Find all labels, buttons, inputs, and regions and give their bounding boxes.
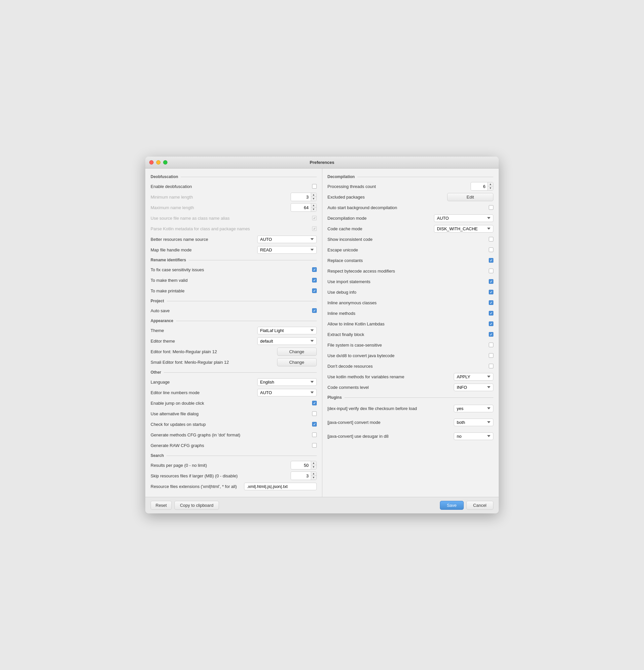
smali-font-row: Smali Editor font: Menlo-Regular plain 1… bbox=[151, 358, 317, 367]
code-comments-dropdown[interactable]: INFO DEBUG OFF bbox=[454, 384, 493, 391]
extract-finally-checkbox[interactable] bbox=[489, 332, 493, 337]
use-source-row: Use source file name as class name alias bbox=[151, 213, 317, 223]
skip-resources-up[interactable]: ▲ bbox=[311, 472, 316, 476]
results-per-page-input[interactable] bbox=[291, 462, 311, 469]
use-debug-row: Use debug info bbox=[328, 287, 494, 297]
max-name-down[interactable]: ▼ bbox=[311, 207, 316, 212]
java-convert-dropdown[interactable]: both java kotlin bbox=[454, 419, 493, 426]
escape-unicode-label: Escape unicode bbox=[328, 247, 489, 252]
escape-unicode-row: Escape unicode bbox=[328, 245, 494, 254]
language-label: Language bbox=[151, 379, 257, 385]
use-import-label: Use import statements bbox=[328, 279, 489, 284]
cache-mode-label: Code cache mode bbox=[328, 226, 434, 231]
java-desugar-dropdown[interactable]: no yes bbox=[454, 432, 493, 440]
use-debug-checkbox[interactable] bbox=[489, 290, 493, 294]
fs-case-label: File system is case-sensitive bbox=[328, 343, 489, 348]
smali-font-label: Smali Editor font: Menlo-Regular plain 1… bbox=[151, 360, 277, 365]
minimize-button[interactable] bbox=[156, 160, 161, 164]
smali-font-change-button[interactable]: Change bbox=[277, 358, 317, 366]
map-file-dropdown[interactable]: READ READ_WRITE bbox=[257, 246, 317, 254]
use-dxd8-checkbox[interactable] bbox=[489, 353, 493, 358]
max-name-spinner[interactable]: ▲ ▼ bbox=[291, 203, 317, 212]
close-button[interactable] bbox=[149, 160, 154, 164]
skip-resources-row: Skip resources files if larger (MB) (0 -… bbox=[151, 471, 317, 480]
make-printable-label: To make printable bbox=[151, 289, 312, 293]
fs-case-checkbox[interactable] bbox=[489, 343, 493, 347]
editor-line-dropdown[interactable]: AUTO ON OFF bbox=[257, 389, 317, 397]
inline-anon-label: Inline anonymous classes bbox=[328, 300, 489, 305]
inline-methods-checkbox[interactable] bbox=[489, 311, 493, 316]
editor-font-change-button[interactable]: Change bbox=[277, 348, 317, 356]
code-comments-row: Code comments level INFO DEBUG OFF bbox=[328, 383, 494, 392]
plugins-header: Plugins bbox=[328, 395, 494, 400]
resource-ext-input[interactable] bbox=[244, 483, 317, 490]
excluded-edit-button[interactable]: Edit bbox=[447, 193, 493, 201]
check-updates-checkbox[interactable] bbox=[312, 422, 317, 427]
make-valid-checkbox[interactable] bbox=[312, 278, 317, 282]
allow-inline-checkbox[interactable] bbox=[489, 321, 493, 326]
reset-button[interactable]: Reset bbox=[151, 501, 172, 510]
threads-down[interactable]: ▼ bbox=[488, 186, 493, 190]
java-convert-row: [java-convert] convert mode both java ko… bbox=[328, 416, 494, 428]
max-name-input[interactable] bbox=[291, 204, 311, 211]
editor-theme-dropdown[interactable]: default dark bbox=[257, 337, 317, 345]
copy-to-clipboard-button[interactable]: Copy to clipboard bbox=[174, 501, 219, 510]
editor-font-label: Editor font: Menlo-Regular plain 12 bbox=[151, 349, 277, 354]
max-name-label: Maximum name length bbox=[151, 205, 291, 210]
use-source-checkbox[interactable] bbox=[312, 216, 317, 220]
save-button[interactable]: Save bbox=[440, 501, 464, 510]
titlebar-buttons bbox=[149, 160, 167, 164]
results-per-page-down[interactable]: ▼ bbox=[311, 465, 316, 469]
use-import-checkbox[interactable] bbox=[489, 279, 493, 284]
show-inconsistent-checkbox[interactable] bbox=[489, 237, 493, 241]
gen-raw-checkbox[interactable] bbox=[312, 443, 317, 448]
enable-deobfuscation-checkbox[interactable] bbox=[312, 184, 317, 189]
auto-save-checkbox[interactable] bbox=[312, 308, 317, 313]
skip-resources-spinner[interactable]: ▲ ▼ bbox=[291, 471, 317, 480]
cancel-button[interactable]: Cancel bbox=[466, 501, 493, 510]
replace-constants-checkbox[interactable] bbox=[489, 258, 493, 263]
gen-methods-checkbox[interactable] bbox=[312, 432, 317, 437]
cache-mode-dropdown[interactable]: DISK_WITH_CACHE NONE bbox=[434, 225, 493, 232]
skip-resources-down[interactable]: ▼ bbox=[311, 476, 316, 480]
alt-file-checkbox[interactable] bbox=[312, 411, 317, 416]
max-name-up[interactable]: ▲ bbox=[311, 203, 316, 207]
inline-anon-checkbox[interactable] bbox=[489, 300, 493, 305]
threads-input[interactable] bbox=[471, 183, 488, 190]
decomp-mode-row: Decompilation mode AUTO SIMPLE FALLBACK bbox=[328, 213, 494, 223]
better-resources-dropdown[interactable]: AUTO MANIFEST FILE_NAME bbox=[257, 236, 317, 243]
escape-unicode-checkbox[interactable] bbox=[489, 247, 493, 252]
skip-resources-input[interactable] bbox=[291, 472, 311, 479]
enable-jump-checkbox[interactable] bbox=[312, 401, 317, 405]
make-printable-checkbox[interactable] bbox=[312, 289, 317, 293]
kotlin-methods-dropdown[interactable]: APPLY IGNORE bbox=[454, 373, 493, 380]
dont-decode-checkbox[interactable] bbox=[489, 364, 493, 368]
min-name-spinner[interactable]: ▲ ▼ bbox=[291, 192, 317, 201]
theme-dropdown[interactable]: FlatLaf Light FlatLaf Dark bbox=[257, 327, 317, 334]
dex-verify-dropdown[interactable]: yes no bbox=[454, 405, 493, 412]
fix-case-checkbox[interactable] bbox=[312, 267, 317, 272]
use-dxd8-label: Use dx/d8 to convert java bytecode bbox=[328, 353, 489, 358]
java-desugar-row: [java-convert] use desugar in d8 no yes bbox=[328, 430, 494, 442]
enable-deobfuscation-label: Enable deobfuscation bbox=[151, 184, 312, 189]
min-name-down[interactable]: ▼ bbox=[311, 197, 316, 201]
threads-spinner[interactable]: ▲ ▼ bbox=[471, 182, 493, 191]
other-header: Other bbox=[151, 370, 317, 375]
results-per-page-up[interactable]: ▲ bbox=[311, 461, 316, 465]
footer: Reset Copy to clipboard Save Cancel bbox=[145, 497, 499, 513]
auto-start-checkbox[interactable] bbox=[489, 205, 493, 210]
gen-raw-label: Generate RAW CFG graphs bbox=[151, 443, 312, 448]
gen-methods-row: Generate methods CFG graphs (in 'dot' fo… bbox=[151, 430, 317, 439]
results-per-page-spinner[interactable]: ▲ ▼ bbox=[291, 461, 317, 469]
min-name-input[interactable] bbox=[291, 193, 311, 201]
maximize-button[interactable] bbox=[163, 160, 167, 164]
results-per-page-row: Results per page (0 - no limit) ▲ ▼ bbox=[151, 460, 317, 470]
max-name-row: Maximum name length ▲ ▼ bbox=[151, 203, 317, 212]
parse-kotlin-checkbox[interactable] bbox=[312, 226, 317, 231]
decomp-mode-dropdown[interactable]: AUTO SIMPLE FALLBACK bbox=[434, 214, 493, 222]
threads-up[interactable]: ▲ bbox=[488, 182, 493, 186]
threads-btns: ▲ ▼ bbox=[488, 182, 493, 190]
respect-bytecode-checkbox[interactable] bbox=[489, 269, 493, 273]
language-dropdown[interactable]: English Chinese bbox=[257, 378, 317, 386]
min-name-up[interactable]: ▲ bbox=[311, 193, 316, 197]
